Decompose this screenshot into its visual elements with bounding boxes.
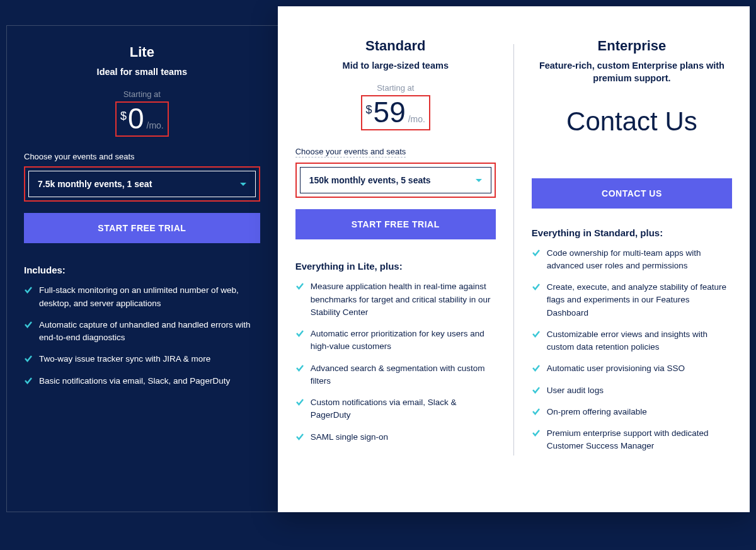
- feature-item: Basic notifications via email, Slack, an…: [24, 375, 260, 387]
- feature-text: Customizable error views and insights wi…: [547, 328, 732, 354]
- feature-list-standard: Measure application health in real-time …: [295, 280, 496, 444]
- price-value: 59: [374, 98, 406, 127]
- price-currency: $: [120, 110, 127, 123]
- choose-label: Choose your events and seats: [24, 152, 260, 161]
- contact-us-button[interactable]: CONTACT US: [532, 178, 732, 209]
- includes-heading: Includes:: [24, 265, 260, 275]
- dropdown-value: 150k monthly events, 5 seats: [309, 175, 431, 185]
- plan-title: Lite: [24, 44, 260, 60]
- check-icon: [295, 364, 304, 372]
- feature-text: Automatic user provisioning via SSO: [547, 362, 685, 375]
- feature-item: Two-way issue tracker sync with JIRA & m…: [24, 353, 260, 365]
- check-icon: [24, 376, 33, 385]
- price-highlight: $ 59 /mo.: [361, 95, 430, 130]
- feature-item: On-prem offering available: [532, 406, 732, 418]
- feature-text: Basic notifications via email, Slack, an…: [39, 375, 230, 387]
- check-icon: [24, 354, 33, 363]
- feature-list-lite: Full-stack monitoring on an unlimited nu…: [24, 284, 260, 387]
- check-icon: [532, 364, 541, 372]
- check-icon: [532, 248, 541, 257]
- plan-card: Standard Mid to large-sized teams Starti…: [278, 6, 750, 512]
- feature-text: Full-stack monitoring on an unlimited nu…: [39, 284, 260, 310]
- feature-item: Automatic error prioritization for key u…: [295, 328, 496, 353]
- feature-item: User audit logs: [532, 384, 732, 397]
- starting-at-label: Starting at: [24, 89, 260, 99]
- check-icon: [532, 428, 541, 437]
- price-highlight: $ 0 /mo.: [115, 101, 169, 137]
- plan-lite: Lite Ideal for small teams Starting at $…: [6, 25, 278, 512]
- feature-item: Automatic capture of unhandled and handl…: [24, 319, 260, 345]
- feature-item: Automatic user provisioning via SSO: [532, 362, 732, 375]
- plan-subtitle: Ideal for small teams: [24, 66, 260, 78]
- events-seats-dropdown[interactable]: 7.5k monthly events, 1 seat: [28, 171, 256, 197]
- feature-item: Advanced search & segmentation with cust…: [295, 362, 496, 388]
- includes-heading: Everything in Standard, plus:: [532, 227, 732, 238]
- start-free-trial-button[interactable]: START FREE TRIAL: [24, 213, 260, 243]
- price-suffix: /mo.: [147, 120, 164, 130]
- chevron-down-icon: [476, 179, 482, 182]
- feature-item: Full-stack monitoring on an unlimited nu…: [24, 284, 260, 310]
- includes-heading: Everything in Lite, plus:: [295, 261, 496, 272]
- start-free-trial-button[interactable]: START FREE TRIAL: [295, 209, 496, 239]
- check-icon: [24, 320, 33, 329]
- feature-item: Code ownership for multi-team apps with …: [532, 247, 732, 273]
- feature-text: Create, execute, and analyze stability o…: [547, 281, 732, 319]
- feature-text: Code ownership for multi-team apps with …: [547, 247, 732, 273]
- feature-text: On-prem offering available: [547, 406, 647, 418]
- dropdown-highlight: 150k monthly events, 5 seats: [295, 163, 496, 198]
- pricing-grid: Lite Ideal for small teams Starting at $…: [6, 25, 750, 512]
- dropdown-value: 7.5k monthly events, 1 seat: [38, 179, 152, 189]
- feature-text: Two-way issue tracker sync with JIRA & m…: [39, 353, 210, 365]
- feature-item: SAML single sign-on: [295, 431, 496, 444]
- feature-text: SAML single sign-on: [311, 431, 388, 444]
- feature-item: Premium enterprise support with dedicate…: [532, 427, 732, 453]
- check-icon: [295, 329, 304, 338]
- check-icon: [295, 398, 304, 406]
- feature-text: Premium enterprise support with dedicate…: [547, 427, 732, 453]
- feature-text: Automatic capture of unhandled and handl…: [39, 319, 260, 345]
- check-icon: [295, 282, 304, 290]
- choose-label: Choose your events and seats: [295, 147, 406, 158]
- plan-enterprise: Enterprise Feature-rich, custom Enterpri…: [514, 38, 750, 481]
- feature-item: Measure application health in real-time …: [295, 280, 496, 319]
- feature-text: User audit logs: [547, 384, 604, 397]
- feature-item: Customizable error views and insights wi…: [532, 328, 732, 354]
- price-suffix: /mo.: [408, 114, 425, 124]
- feature-list-enterprise: Code ownership for multi-team apps with …: [532, 247, 732, 453]
- plan-title: Standard: [295, 38, 496, 54]
- check-icon: [532, 386, 541, 394]
- check-icon: [532, 329, 541, 338]
- plan-subtitle: Feature-rich, custom Enterprise plans wi…: [532, 59, 732, 85]
- feature-item: Create, execute, and analyze stability o…: [532, 281, 732, 319]
- check-icon: [532, 282, 541, 291]
- starting-at-label: Starting at: [295, 83, 496, 93]
- feature-item: Custom notifications via email, Slack & …: [295, 396, 496, 422]
- plan-title: Enterprise: [532, 38, 732, 54]
- dropdown-highlight: 7.5k monthly events, 1 seat: [24, 166, 260, 202]
- feature-text: Automatic error prioritization for key u…: [311, 328, 496, 353]
- feature-text: Measure application health in real-time …: [311, 280, 496, 319]
- chevron-down-icon: [240, 183, 246, 186]
- plan-subtitle: Mid to large-sized teams: [295, 59, 496, 72]
- events-seats-dropdown[interactable]: 150k monthly events, 5 seats: [300, 167, 491, 193]
- feature-text: Custom notifications via email, Slack & …: [311, 396, 496, 422]
- plan-standard: Standard Mid to large-sized teams Starti…: [278, 38, 513, 481]
- contact-us-heading: Contact Us: [532, 106, 732, 137]
- price-value: 0: [128, 104, 144, 133]
- feature-text: Advanced search & segmentation with cust…: [311, 362, 496, 388]
- check-icon: [24, 285, 33, 294]
- check-icon: [532, 407, 541, 416]
- check-icon: [295, 432, 304, 441]
- price-currency: $: [366, 103, 372, 117]
